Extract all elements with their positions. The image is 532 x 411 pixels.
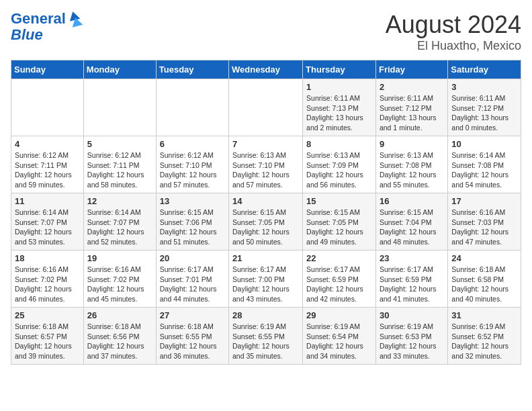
cell-w4-d4: 21Sunrise: 6:17 AM Sunset: 7:00 PM Dayli… [229,250,303,308]
cell-w1-d6: 2Sunrise: 6:11 AM Sunset: 7:12 PM Daylig… [375,79,447,136]
calendar-table: SundayMondayTuesdayWednesdayThursdayFrid… [11,60,521,365]
cell-w5-d7: 31Sunrise: 6:19 AM Sunset: 6:52 PM Dayli… [448,308,521,365]
day-detail: Sunrise: 6:18 AM Sunset: 6:57 PM Dayligh… [15,322,80,361]
week-row-5: 25Sunrise: 6:18 AM Sunset: 6:57 PM Dayli… [11,308,521,365]
week-row-1: 1Sunrise: 6:11 AM Sunset: 7:13 PM Daylig… [11,79,521,136]
day-detail: Sunrise: 6:18 AM Sunset: 6:58 PM Dayligh… [451,265,517,304]
day-number: 12 [87,196,152,206]
calendar-body: 1Sunrise: 6:11 AM Sunset: 7:13 PM Daylig… [11,79,521,365]
day-number: 10 [451,139,517,149]
day-number: 15 [306,196,372,206]
cell-w2-d2: 5Sunrise: 6:12 AM Sunset: 7:11 PM Daylig… [83,136,156,193]
cell-w3-d5: 15Sunrise: 6:15 AM Sunset: 7:05 PM Dayli… [303,193,376,250]
day-number: 24 [451,253,517,263]
cell-w3-d3: 13Sunrise: 6:15 AM Sunset: 7:06 PM Dayli… [156,193,228,250]
cell-w3-d7: 17Sunrise: 6:16 AM Sunset: 7:03 PM Dayli… [448,193,521,250]
header-sunday: Sunday [11,60,84,79]
header-saturday: Saturday [448,60,521,79]
cell-w2-d4: 7Sunrise: 6:13 AM Sunset: 7:10 PM Daylig… [229,136,303,193]
day-detail: Sunrise: 6:11 AM Sunset: 7:13 PM Dayligh… [306,93,372,133]
day-number: 28 [232,310,299,320]
day-detail: Sunrise: 6:14 AM Sunset: 7:08 PM Dayligh… [451,150,517,190]
day-number: 6 [160,139,225,149]
day-number: 7 [232,139,299,149]
header-monday: Monday [83,60,156,79]
cell-w5-d5: 29Sunrise: 6:19 AM Sunset: 6:54 PM Dayli… [303,308,376,365]
day-detail: Sunrise: 6:13 AM Sunset: 7:10 PM Dayligh… [232,150,299,190]
cell-w1-d1 [11,79,84,136]
day-number: 31 [451,310,517,320]
day-number: 21 [232,253,299,263]
day-number: 20 [160,253,225,263]
cell-w4-d1: 18Sunrise: 6:16 AM Sunset: 7:02 PM Dayli… [11,250,84,308]
cell-w2-d1: 4Sunrise: 6:12 AM Sunset: 7:11 PM Daylig… [11,136,84,193]
day-number: 9 [380,139,444,149]
title-section: August 2024 El Huaxtho, Mexico [386,11,521,53]
logo: General Blue [11,11,79,43]
day-detail: Sunrise: 6:11 AM Sunset: 7:12 PM Dayligh… [451,93,517,133]
cell-w2-d6: 9Sunrise: 6:13 AM Sunset: 7:08 PM Daylig… [375,136,447,193]
calendar-header: SundayMondayTuesdayWednesdayThursdayFrid… [11,60,521,79]
cell-w4-d7: 24Sunrise: 6:18 AM Sunset: 6:58 PM Dayli… [448,250,521,308]
header-friday: Friday [375,60,447,79]
cell-w2-d3: 6Sunrise: 6:12 AM Sunset: 7:10 PM Daylig… [156,136,228,193]
day-detail: Sunrise: 6:19 AM Sunset: 6:52 PM Dayligh… [451,322,517,361]
day-detail: Sunrise: 6:17 AM Sunset: 6:59 PM Dayligh… [306,265,372,304]
day-detail: Sunrise: 6:19 AM Sunset: 6:53 PM Dayligh… [380,322,444,361]
day-detail: Sunrise: 6:14 AM Sunset: 7:07 PM Dayligh… [87,208,152,247]
day-detail: Sunrise: 6:13 AM Sunset: 7:08 PM Dayligh… [380,150,444,190]
day-number: 17 [451,196,517,206]
day-number: 16 [380,196,444,206]
cell-w5-d1: 25Sunrise: 6:18 AM Sunset: 6:57 PM Dayli… [11,308,84,365]
day-number: 22 [306,253,372,263]
cell-w5-d6: 30Sunrise: 6:19 AM Sunset: 6:53 PM Dayli… [375,308,447,365]
day-number: 18 [15,253,80,263]
header-wednesday: Wednesday [229,60,303,79]
day-detail: Sunrise: 6:19 AM Sunset: 6:54 PM Dayligh… [306,322,372,361]
day-number: 8 [306,139,372,149]
day-number: 11 [15,196,80,206]
cell-w3-d1: 11Sunrise: 6:14 AM Sunset: 7:07 PM Dayli… [11,193,84,250]
header-tuesday: Tuesday [156,60,228,79]
cell-w4-d3: 20Sunrise: 6:17 AM Sunset: 7:01 PM Dayli… [156,250,228,308]
day-detail: Sunrise: 6:15 AM Sunset: 7:05 PM Dayligh… [232,208,299,247]
logo-text: General [11,11,66,27]
cell-w1-d5: 1Sunrise: 6:11 AM Sunset: 7:13 PM Daylig… [303,79,376,136]
day-detail: Sunrise: 6:12 AM Sunset: 7:11 PM Dayligh… [87,150,152,190]
day-number: 19 [87,253,152,263]
cell-w1-d7: 3Sunrise: 6:11 AM Sunset: 7:12 PM Daylig… [448,79,521,136]
day-number: 30 [380,310,444,320]
day-detail: Sunrise: 6:15 AM Sunset: 7:05 PM Dayligh… [306,208,372,247]
day-detail: Sunrise: 6:11 AM Sunset: 7:12 PM Dayligh… [380,93,444,133]
cell-w1-d3 [156,79,228,136]
day-detail: Sunrise: 6:16 AM Sunset: 7:02 PM Dayligh… [15,265,80,304]
day-number: 29 [306,310,372,320]
day-number: 27 [160,310,225,320]
day-detail: Sunrise: 6:15 AM Sunset: 7:06 PM Dayligh… [160,208,225,247]
cell-w5-d3: 27Sunrise: 6:18 AM Sunset: 6:55 PM Dayli… [156,308,228,365]
week-row-4: 18Sunrise: 6:16 AM Sunset: 7:02 PM Dayli… [11,250,521,308]
day-number: 1 [306,82,372,92]
day-detail: Sunrise: 6:17 AM Sunset: 6:59 PM Dayligh… [380,265,444,304]
day-detail: Sunrise: 6:17 AM Sunset: 7:00 PM Dayligh… [232,265,299,304]
day-detail: Sunrise: 6:17 AM Sunset: 7:01 PM Dayligh… [160,265,225,304]
day-number: 2 [380,82,444,92]
week-row-3: 11Sunrise: 6:14 AM Sunset: 7:07 PM Dayli… [11,193,521,250]
page-header: General Blue August 2024 El Huaxtho, Mex… [11,11,521,53]
cell-w5-d4: 28Sunrise: 6:19 AM Sunset: 6:55 PM Dayli… [229,308,303,365]
day-detail: Sunrise: 6:16 AM Sunset: 7:02 PM Dayligh… [87,265,152,304]
day-number: 26 [87,310,152,320]
day-detail: Sunrise: 6:13 AM Sunset: 7:09 PM Dayligh… [306,150,372,190]
week-row-2: 4Sunrise: 6:12 AM Sunset: 7:11 PM Daylig… [11,136,521,193]
cell-w4-d6: 23Sunrise: 6:17 AM Sunset: 6:59 PM Dayli… [375,250,447,308]
day-detail: Sunrise: 6:14 AM Sunset: 7:07 PM Dayligh… [15,208,80,247]
month-title: August 2024 [386,11,521,39]
day-number: 13 [160,196,225,206]
day-number: 23 [380,253,444,263]
cell-w3-d6: 16Sunrise: 6:15 AM Sunset: 7:04 PM Dayli… [375,193,447,250]
day-detail: Sunrise: 6:18 AM Sunset: 6:55 PM Dayligh… [160,322,225,361]
header-thursday: Thursday [303,60,376,79]
day-number: 25 [15,310,80,320]
day-number: 5 [87,139,152,149]
logo-blue: Blue [11,27,43,43]
